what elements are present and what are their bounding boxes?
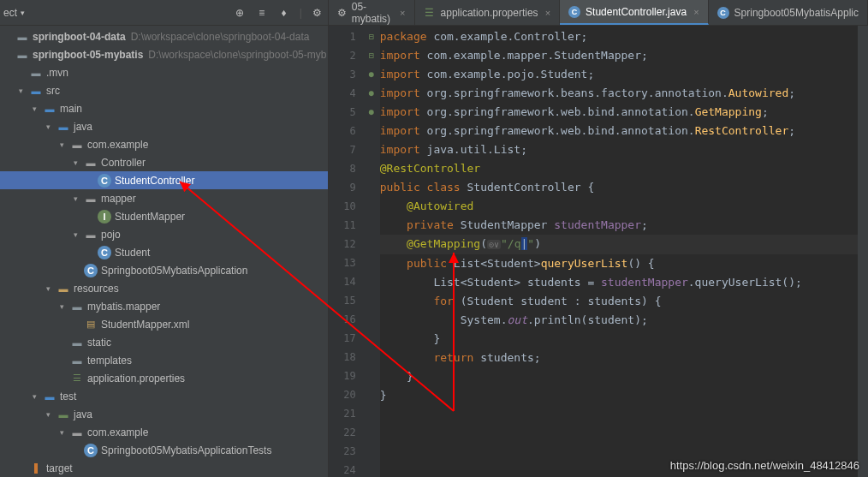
expand-icon[interactable]: ≡ [255, 6, 269, 20]
tree-item-pojo[interactable]: ▾▬pojo [0, 225, 328, 243]
tree-label: application.properties [87, 373, 185, 385]
tree-item-springboot05mybatisapplicationtests[interactable]: CSpringboot05MybatisApplicationTests [0, 441, 328, 459]
folder-icon: ▬ [56, 408, 70, 421]
tree-item-studentmapper-xml[interactable]: ▤StudentMapper.xml [0, 315, 328, 333]
tree-label: resources [74, 283, 119, 295]
chevron-icon[interactable]: ▾ [60, 428, 68, 437]
folder-icon: ▬ [29, 84, 43, 98]
folder-icon: ▬ [70, 354, 84, 367]
tree-label: test [60, 391, 76, 402]
properties-icon: ☰ [424, 7, 436, 19]
tab-studentcontroller-java[interactable]: CStudentController.java× [560, 0, 709, 25]
code-editor[interactable]: package com.example.Controller;import co… [380, 26, 858, 477]
tree-item-student[interactable]: CStudent [0, 243, 328, 261]
class-icon: C [98, 246, 111, 259]
chevron-icon[interactable]: ▾ [74, 230, 82, 239]
target-icon [29, 462, 43, 475]
tree-label: com.example [87, 139, 148, 151]
path-hint: D:\workspace\clone\springboot-04-data [131, 31, 310, 43]
tab-springboot05mybatisapplic[interactable]: CSpringboot05MybatisApplic [709, 0, 868, 25]
tree-item-src[interactable]: ▾▬src [0, 81, 328, 99]
locate-icon[interactable]: ⊕ [233, 6, 247, 20]
tree-item-springboot05mybatisapplication[interactable]: CSpringboot05MybatisApplication [0, 261, 328, 279]
chevron-icon[interactable]: ▾ [46, 410, 55, 419]
xml-icon: ▤ [84, 318, 98, 331]
tree-item-springboot-04-data[interactable]: ▬springboot-04-dataD:\workspace\clone\sp… [0, 27, 328, 45]
package-icon: ▬ [70, 426, 84, 439]
package-icon: ▬ [84, 192, 98, 206]
chevron-icon[interactable]: ▾ [74, 158, 82, 167]
tree-label: target [46, 462, 73, 474]
project-tree[interactable]: ▬springboot-04-dataD:\workspace\clone\sp… [0, 26, 328, 477]
tree-item-static[interactable]: ▬static [0, 333, 328, 351]
gear-icon[interactable]: ⚙ [311, 6, 324, 20]
tree-item-controller[interactable]: ▾▬Controller [0, 153, 328, 171]
folder-icon: ▬ [43, 390, 56, 403]
tree-item-com-example[interactable]: ▾▬com.example [0, 135, 328, 153]
tree-label: java [74, 408, 92, 420]
tab-label: 05-mybatis) [352, 1, 393, 25]
chevron-icon[interactable]: ▾ [33, 392, 41, 401]
tree-item-studentmapper[interactable]: IStudentMapper [0, 207, 328, 225]
close-icon[interactable]: × [693, 7, 699, 17]
close-icon[interactable]: × [400, 8, 405, 18]
tree-item-templates[interactable]: ▬templates [0, 351, 328, 369]
chevron-down-icon[interactable]: ▾ [21, 9, 25, 17]
folder-icon: ▬ [43, 102, 56, 116]
tree-label: main [60, 103, 82, 115]
tree-label: Springboot05MybatisApplication [101, 265, 247, 277]
tree-label: springboot-05-mybatis [33, 49, 143, 61]
tree-item--mvn[interactable]: ▬.mvn [0, 63, 328, 81]
tree-item-mapper[interactable]: ▾▬mapper [0, 189, 328, 207]
tree-item-resources[interactable]: ▾▬resources [0, 279, 328, 297]
chevron-icon[interactable]: ▾ [19, 86, 27, 95]
tree-label: com.example [87, 426, 148, 438]
close-icon[interactable]: × [545, 8, 550, 18]
tree-label: mapper [101, 193, 136, 205]
chevron-icon[interactable]: ▾ [46, 284, 55, 293]
tab-application-properties[interactable]: ☰application.properties× [415, 0, 561, 25]
class-icon: C [717, 7, 729, 19]
watermark: https://blog.csdn.net/weixin_48412846 [670, 459, 859, 472]
class-icon: C [568, 6, 580, 18]
folder-icon: ▬ [70, 300, 84, 313]
tree-item-java[interactable]: ▾▬java [0, 405, 328, 423]
chevron-icon[interactable]: ▾ [60, 140, 68, 149]
tab-05-mybatis-[interactable]: ⚙05-mybatis)× [329, 0, 415, 25]
gutter-icons[interactable]: ⊟⊟●●● [363, 26, 380, 477]
chevron-icon[interactable]: ▾ [33, 104, 41, 113]
tree-label: StudentController [115, 175, 194, 187]
tree-item-studentcontroller[interactable]: CStudentController [0, 171, 328, 189]
tree-item-application-properties[interactable]: ☰application.properties [0, 369, 328, 387]
chevron-icon[interactable]: ▾ [74, 194, 82, 203]
tree-label: Student [115, 247, 150, 259]
tree-item-main[interactable]: ▾▬main [0, 99, 328, 117]
folder-icon: ▬ [29, 66, 43, 80]
editor-tabs: ⚙05-mybatis)×☰application.properties×CSt… [329, 0, 868, 26]
project-dropdown[interactable]: ect [3, 7, 17, 19]
tree-item-com-example[interactable]: ▾▬com.example [0, 423, 328, 441]
chevron-icon[interactable]: ▾ [60, 302, 68, 311]
tree-label: Springboot05MybatisApplicationTests [101, 444, 271, 456]
tree-label: java [74, 121, 92, 133]
tree-label: .mvn [46, 67, 68, 79]
tree-item-test[interactable]: ▾▬test [0, 387, 328, 405]
scrollbar[interactable] [858, 26, 868, 477]
tree-item-springboot-05-mybatis[interactable]: ▬springboot-05-mybatisD:\workspace\clone… [0, 45, 328, 63]
tab-label: StudentController.java [586, 6, 687, 18]
chevron-icon[interactable]: ▾ [46, 122, 55, 131]
class-icon: C [98, 174, 111, 188]
editor-area: ⚙05-mybatis)×☰application.properties×CSt… [329, 0, 868, 477]
tree-item-java[interactable]: ▾▬java [0, 117, 328, 135]
tree-item-mybatis-mapper[interactable]: ▾▬mybatis.mapper [0, 297, 328, 315]
tab-label: application.properties [441, 7, 538, 19]
tree-item-target[interactable]: target [0, 459, 328, 477]
line-gutter[interactable]: 123456789101112131415161718192021222324 [329, 26, 363, 477]
properties-icon: ☰ [70, 372, 84, 385]
interface-icon: I [98, 210, 111, 224]
tree-label: springboot-04-data [33, 31, 126, 43]
collapse-icon[interactable]: ♦ [277, 6, 291, 20]
package-icon: ▬ [84, 156, 98, 170]
folder-icon: ▬ [70, 336, 84, 349]
folder-icon: ▬ [15, 30, 29, 44]
